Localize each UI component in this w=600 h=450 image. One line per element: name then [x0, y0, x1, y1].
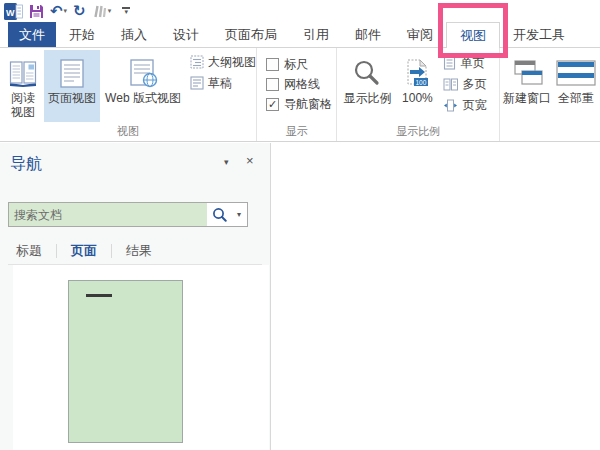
multiple-pages-label: 多页: [462, 76, 486, 93]
outline-view-label: 大纲视图: [208, 54, 256, 71]
search-icon[interactable]: [207, 207, 231, 222]
ruler-checkbox[interactable]: [266, 58, 279, 71]
zoom-group-label: 显示比例: [337, 124, 499, 139]
draft-view-icon: [190, 76, 204, 90]
multiple-pages-button[interactable]: 多页: [443, 76, 486, 92]
redo-button[interactable]: ↻: [73, 1, 86, 21]
nav-tab-separator: [111, 244, 112, 258]
outline-view-button[interactable]: 大纲视图: [190, 54, 256, 70]
tab-design[interactable]: 设计: [160, 22, 212, 47]
new-window-icon: [512, 55, 543, 91]
search-input[interactable]: [9, 203, 207, 226]
tab-view-label: 视图: [460, 27, 486, 45]
read-mode-button[interactable]: 阅读视图: [2, 50, 44, 122]
read-mode-icon: [8, 55, 38, 91]
search-box[interactable]: ▾: [8, 202, 248, 227]
arrange-all-button[interactable]: 全部重: [552, 50, 600, 122]
navigation-pane-title: 导航: [10, 154, 42, 175]
tab-view-active[interactable]: 视图: [446, 22, 500, 48]
print-layout-button[interactable]: 页面视图: [44, 50, 100, 122]
zoom-magnifier-icon: [353, 55, 381, 91]
page-thumbnail[interactable]: [68, 280, 183, 443]
word-window: W ↶ ▾ ↻ ▾: [0, 0, 600, 450]
navigation-pane-dropdown-icon[interactable]: ▾: [224, 157, 229, 167]
navigation-tabs: 标题 页面 结果: [12, 241, 156, 261]
zoom-100-label: 100%: [402, 91, 433, 105]
ruler-checkbox-row[interactable]: 标尺: [266, 57, 336, 71]
nav-tab-results[interactable]: 结果: [122, 242, 156, 260]
nav-tab-headings[interactable]: 标题: [12, 242, 46, 260]
gridlines-checkbox-row[interactable]: 网格线: [266, 77, 336, 91]
page-thumbnails-area: [13, 265, 269, 450]
web-layout-button[interactable]: Web 版式视图: [100, 50, 186, 122]
tab-references[interactable]: 引用: [290, 22, 342, 47]
ribbon-group-zoom: 显示比例 100 100%: [336, 48, 499, 141]
ribbon-tab-bar: 文件 开始 插入 设计 页面布局 引用 邮件 审阅 视图 开发工具: [0, 22, 600, 48]
tab-file[interactable]: 文件: [8, 22, 56, 47]
navigation-pane: 导航 ▾ × ▾ 标题 页面 结果: [0, 143, 271, 450]
print-layout-icon: [60, 55, 84, 91]
save-icon[interactable]: [29, 1, 44, 21]
tab-mailings[interactable]: 邮件: [342, 22, 394, 47]
ribbon-group-window: 新建窗口 全部重: [499, 48, 600, 141]
tab-page-layout[interactable]: 页面布局: [212, 22, 290, 47]
web-layout-icon: [128, 55, 158, 91]
tab-home[interactable]: 开始: [56, 22, 108, 47]
page-width-icon: [443, 99, 458, 112]
format-pen-icon[interactable]: ▾: [92, 1, 112, 21]
web-layout-label: Web 版式视图: [105, 91, 181, 105]
undo-button[interactable]: ↶ ▾: [50, 1, 67, 21]
tab-review[interactable]: 审阅: [394, 22, 446, 47]
new-window-button[interactable]: 新建窗口: [502, 50, 552, 122]
zoom-label: 显示比例: [343, 91, 391, 105]
gridlines-checkbox[interactable]: [266, 78, 279, 91]
search-dropdown-icon[interactable]: ▾: [231, 210, 247, 219]
one-page-button[interactable]: 单页: [443, 55, 486, 71]
zoom-button[interactable]: 显示比例: [339, 50, 395, 122]
read-mode-label: 阅读视图: [7, 91, 39, 119]
ribbon-group-show: 标尺 网格线 导航窗格 显示: [256, 48, 336, 141]
nav-tab-separator: [56, 244, 57, 258]
svg-text:W: W: [6, 7, 15, 17]
tab-developer[interactable]: 开发工具: [500, 22, 578, 47]
one-page-icon: [443, 56, 456, 70]
navigation-pane-label: 导航窗格: [284, 96, 332, 113]
ribbon: 阅读视图 页面视图: [0, 48, 600, 142]
thumbnail-text-line: [86, 294, 112, 297]
views-group-label: 视图: [0, 124, 256, 139]
draft-view-label: 草稿: [208, 75, 232, 92]
page-width-label: 页宽: [462, 97, 486, 114]
undo-dropdown-icon[interactable]: ▾: [64, 7, 68, 15]
show-group-label: 显示: [257, 124, 336, 139]
draft-view-button[interactable]: 草稿: [190, 75, 256, 91]
gridlines-label: 网格线: [284, 76, 320, 93]
svg-text:100: 100: [416, 79, 427, 86]
tab-insert[interactable]: 插入: [108, 22, 160, 47]
new-window-label: 新建窗口: [503, 91, 551, 105]
outline-view-icon: [190, 55, 204, 69]
ruler-label: 标尺: [284, 56, 308, 73]
navigation-pane-checkbox-checked[interactable]: [266, 98, 279, 111]
zoom-100-icon: 100: [403, 55, 431, 91]
print-layout-label: 页面视图: [48, 91, 96, 105]
page-width-button[interactable]: 页宽: [443, 97, 486, 113]
zoom-100-button[interactable]: 100 100%: [395, 50, 439, 122]
arrange-all-icon: [556, 55, 596, 91]
customize-quick-access-toolbar-icon[interactable]: ▾: [121, 7, 131, 15]
word-logo-icon: W: [4, 1, 23, 21]
arrange-all-label: 全部重: [558, 91, 594, 105]
format-pen-dropdown-icon[interactable]: ▾: [108, 7, 112, 15]
multiple-pages-icon: [443, 78, 458, 91]
navigation-pane-checkbox-row[interactable]: 导航窗格: [266, 97, 336, 111]
nav-tab-pages-active[interactable]: 页面: [67, 242, 101, 260]
document-area[interactable]: [271, 143, 600, 450]
title-bar: W ↶ ▾ ↻ ▾: [0, 0, 600, 22]
one-page-label: 单页: [460, 55, 484, 72]
ribbon-group-views: 阅读视图 页面视图: [0, 48, 256, 141]
navigation-pane-close-icon[interactable]: ×: [246, 153, 254, 168]
